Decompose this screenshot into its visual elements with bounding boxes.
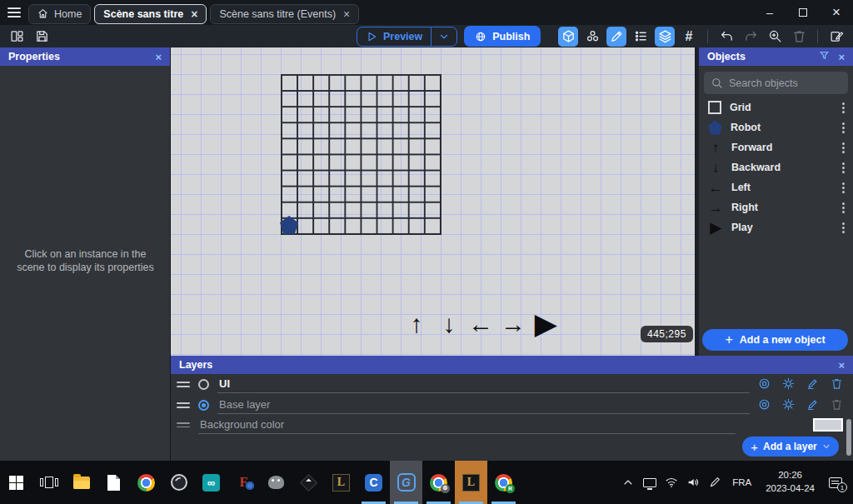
- hamburger-menu-icon[interactable]: [0, 0, 28, 25]
- gdevelop-button[interactable]: G: [390, 461, 422, 504]
- language-indicator[interactable]: FRA: [726, 477, 757, 487]
- layer-edit-icon[interactable]: [806, 398, 819, 412]
- object-menu-icon[interactable]: [839, 179, 848, 197]
- task-view-button[interactable]: [32, 461, 65, 504]
- publish-button[interactable]: Publish: [464, 26, 541, 47]
- object-menu-icon[interactable]: [839, 99, 848, 117]
- object-groups-icon[interactable]: [582, 27, 602, 47]
- layer-visibility-icon[interactable]: [758, 398, 771, 412]
- notification-center-button[interactable]: 1: [823, 466, 848, 499]
- properties-close-icon[interactable]: ×: [155, 51, 162, 63]
- object-row-backward[interactable]: ↓ Backward: [699, 157, 853, 177]
- obs-icon: [171, 474, 187, 491]
- fritzing-button[interactable]: F: [227, 461, 260, 504]
- preview-dropdown-button[interactable]: [431, 31, 456, 42]
- object-row-forward[interactable]: ↑ Forward: [699, 137, 853, 157]
- scene-canvas[interactable]: ↑ ↓ ← → ▶ 445;295: [171, 47, 695, 356]
- background-color-swatch[interactable]: [813, 418, 843, 432]
- objects-close-icon[interactable]: ×: [838, 51, 845, 63]
- main-toolbar: Preview Publish: [0, 25, 853, 47]
- object-row-play[interactable]: ▶ Play: [699, 217, 853, 237]
- object-menu-icon[interactable]: [839, 219, 848, 237]
- tab-home[interactable]: Home: [28, 4, 91, 24]
- volume-icon[interactable]: [683, 466, 703, 499]
- object-menu-icon[interactable]: [839, 139, 848, 157]
- object-row-robot[interactable]: Robot: [699, 117, 853, 137]
- tab-scene-events-close-icon[interactable]: ×: [343, 7, 350, 21]
- chrome-profile-r-button[interactable]: R: [487, 461, 520, 504]
- league-attention-button[interactable]: L: [455, 461, 487, 504]
- layer-ui-radio[interactable]: [198, 379, 209, 390]
- object-row-right[interactable]: → Right: [699, 197, 853, 217]
- chrome-profile-button[interactable]: ⚙: [422, 461, 455, 504]
- left-arrow-instance[interactable]: ←: [464, 307, 497, 341]
- layers-title: Layers: [179, 359, 212, 371]
- chrome-button[interactable]: [130, 461, 162, 504]
- layer-effects-icon[interactable]: [782, 377, 795, 392]
- objects-panel: Objects × Grid Robot ↑ Forward ↓: [699, 47, 853, 356]
- play-button-instance[interactable]: ▶: [529, 307, 562, 340]
- pen-icon[interactable]: [705, 466, 725, 499]
- delete-icon[interactable]: [789, 27, 809, 47]
- layer-visibility-icon[interactable]: [758, 377, 771, 392]
- add-layer-button[interactable]: + Add a layer: [742, 437, 839, 457]
- grid-object-instance[interactable]: [281, 74, 441, 235]
- forward-arrow-instance[interactable]: ↑: [400, 307, 433, 341]
- layers-scrollbar[interactable]: [846, 419, 851, 456]
- zoom-in-icon[interactable]: [765, 27, 785, 47]
- backward-arrow-instance[interactable]: ↓: [432, 307, 466, 341]
- close-button[interactable]: ×: [820, 0, 853, 25]
- layer-name-field[interactable]: UI: [217, 376, 750, 393]
- object-row-left[interactable]: ← Left: [699, 177, 853, 197]
- wifi-icon[interactable]: [661, 466, 681, 499]
- preview-button[interactable]: Preview: [357, 27, 457, 47]
- undo-icon[interactable]: [716, 27, 736, 47]
- layer-delete-icon[interactable]: [831, 398, 843, 412]
- object-row-grid[interactable]: Grid: [699, 97, 853, 117]
- minimize-button[interactable]: –: [753, 0, 786, 25]
- cura-button[interactable]: C: [357, 461, 390, 504]
- display-tray-icon[interactable]: [640, 466, 660, 499]
- inkscape-button[interactable]: [292, 461, 325, 504]
- league-button[interactable]: L: [325, 461, 357, 504]
- start-button[interactable]: [0, 461, 32, 504]
- file-explorer-button[interactable]: [65, 461, 97, 504]
- restore-button[interactable]: [786, 0, 820, 25]
- toggle-layers-panel-icon[interactable]: [655, 27, 675, 47]
- drag-handle-icon[interactable]: [177, 382, 190, 387]
- object-menu-icon[interactable]: [839, 199, 848, 217]
- obs-button[interactable]: [162, 461, 195, 504]
- right-arrow-instance[interactable]: →: [496, 307, 530, 341]
- toggle-objects-panel-icon[interactable]: [558, 27, 578, 47]
- clock[interactable]: 20:26 2023-04-24: [759, 469, 821, 495]
- instances-list-icon[interactable]: [631, 27, 651, 47]
- toggle-properties-panel-icon[interactable]: [606, 27, 626, 47]
- cursor-coordinates-badge: 445;295: [641, 326, 693, 342]
- layer-edit-icon[interactable]: [806, 377, 819, 392]
- search-input[interactable]: [729, 77, 829, 89]
- objects-search[interactable]: [704, 72, 848, 94]
- layers-close-icon[interactable]: ×: [838, 359, 845, 372]
- tab-scene[interactable]: Scène sans titre ×: [94, 4, 207, 24]
- arrow-left-icon: ←: [708, 180, 723, 195]
- project-manager-icon[interactable]: [7, 27, 27, 47]
- add-new-object-button[interactable]: + Add a new object: [702, 329, 848, 351]
- object-menu-icon[interactable]: [839, 119, 848, 137]
- redo-icon[interactable]: [741, 27, 761, 47]
- object-menu-icon[interactable]: [839, 159, 848, 177]
- tab-scene-close-icon[interactable]: ×: [191, 7, 197, 21]
- arduino-button[interactable]: ∞: [195, 461, 227, 504]
- layer-base-radio[interactable]: [198, 400, 209, 411]
- tab-scene-events[interactable]: Scène sans titre (Events) ×: [210, 4, 359, 24]
- filter-icon[interactable]: [819, 50, 830, 63]
- layer-name-field[interactable]: Base layer: [217, 397, 750, 414]
- layer-effects-icon[interactable]: [782, 398, 795, 412]
- edit-scene-properties-icon[interactable]: [826, 27, 846, 47]
- save-icon[interactable]: [32, 27, 52, 47]
- gimp-button[interactable]: [260, 461, 292, 504]
- hidden-icons-chevron[interactable]: [618, 466, 638, 499]
- drag-handle-icon[interactable]: [177, 402, 190, 408]
- layer-delete-icon[interactable]: [831, 377, 843, 392]
- text-document-button[interactable]: [97, 461, 130, 504]
- toggle-grid-icon[interactable]: #: [679, 27, 699, 47]
